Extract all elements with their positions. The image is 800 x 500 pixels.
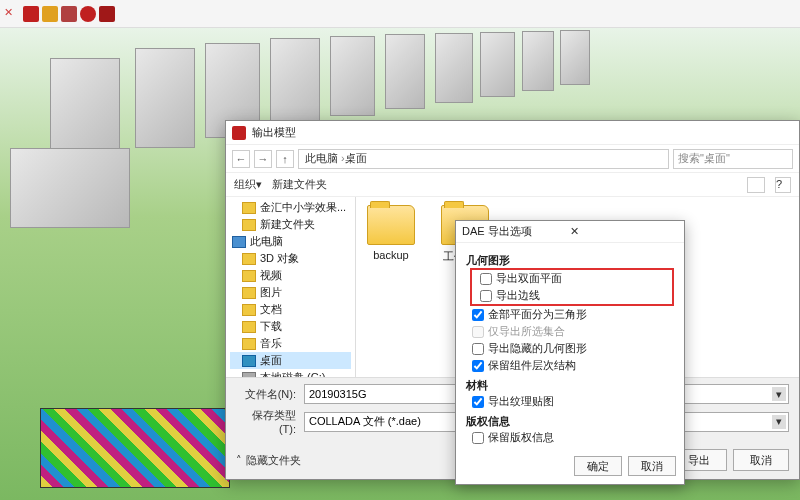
tool-ruby1-icon[interactable]: [23, 6, 39, 22]
folder-icon: [242, 304, 256, 316]
options-title: DAE 导出选项: [462, 224, 570, 239]
opt-edges-checkbox[interactable]: [480, 290, 492, 302]
tree-item[interactable]: 音乐: [230, 335, 351, 352]
hide-folders-toggle[interactable]: ˄ 隐藏文件夹: [236, 453, 301, 468]
folder-item[interactable]: backup: [364, 205, 418, 261]
tree-item[interactable]: 桌面: [230, 352, 351, 369]
tool-ruby5-icon[interactable]: [99, 6, 115, 22]
ok-button[interactable]: 确定: [574, 456, 622, 476]
folder-icon: [242, 270, 256, 282]
folder-tree[interactable]: 金汇中小学效果...新建文件夹此电脑3D 对象视频图片文档下载音乐桌面本地磁盘 …: [226, 197, 356, 377]
mat-header: 材料: [466, 378, 674, 393]
opt-triangulate-checkbox[interactable]: [472, 309, 484, 321]
opt-hierarchy-checkbox[interactable]: [472, 360, 484, 372]
tree-item-label: 图片: [260, 285, 282, 300]
opt-selection-checkbox: [472, 326, 484, 338]
tree-item-label: 桌面: [260, 353, 282, 368]
folder-icon: [242, 253, 256, 265]
tool-x-icon[interactable]: ✕: [4, 6, 20, 22]
tree-item-label: 视频: [260, 268, 282, 283]
dialog-nav: ← → ↑ 此电脑 桌面 搜索"桌面": [226, 145, 799, 173]
tool-ruby4-icon[interactable]: [80, 6, 96, 22]
breadcrumb-seg[interactable]: 此电脑: [305, 151, 345, 166]
dialog-titlebar: 输出模型: [226, 121, 799, 145]
app-icon: [232, 126, 246, 140]
chevron-down-icon[interactable]: ▾: [772, 387, 786, 401]
folder-icon: [242, 202, 256, 214]
tree-item-label: 下载: [260, 319, 282, 334]
close-icon[interactable]: ✕: [570, 225, 678, 238]
filetype-label: 保存类型(T):: [236, 408, 296, 435]
tree-item-label: 文档: [260, 302, 282, 317]
geom-header: 几何图形: [466, 253, 674, 268]
cancel-button[interactable]: 取消: [628, 456, 676, 476]
highlight-box: 导出双面平面 导出边线: [470, 268, 674, 306]
tree-item[interactable]: 图片: [230, 284, 351, 301]
opt-twosided-checkbox[interactable]: [480, 273, 492, 285]
folder-icon: [242, 321, 256, 333]
tree-item-label: 新建文件夹: [260, 217, 315, 232]
nav-up-button[interactable]: ↑: [276, 150, 294, 168]
cred-header: 版权信息: [466, 414, 674, 429]
opt-hidden-checkbox[interactable]: [472, 343, 484, 355]
tree-item[interactable]: 3D 对象: [230, 250, 351, 267]
cancel-button[interactable]: 取消: [733, 449, 789, 471]
tree-item[interactable]: 金汇中小学效果...: [230, 199, 351, 216]
search-placeholder: 搜索"桌面": [678, 151, 730, 166]
nav-back-button[interactable]: ←: [232, 150, 250, 168]
desk-icon: [242, 355, 256, 367]
dialog-toolbar: 组织▾ 新建文件夹 ?: [226, 173, 799, 197]
folder-icon: [242, 338, 256, 350]
tree-item-label: 金汇中小学效果...: [260, 200, 346, 215]
chevron-down-icon[interactable]: ▾: [772, 415, 786, 429]
breadcrumb-seg[interactable]: 桌面: [345, 151, 367, 166]
folder-icon: [367, 205, 415, 245]
tree-item-label: 3D 对象: [260, 251, 299, 266]
tree-item[interactable]: 文档: [230, 301, 351, 318]
opt-texture-checkbox[interactable]: [472, 396, 484, 408]
folder-name: backup: [364, 249, 418, 261]
filename-label: 文件名(N):: [236, 387, 296, 402]
tree-item-label: 音乐: [260, 336, 282, 351]
tree-item[interactable]: 此电脑: [230, 233, 351, 250]
folder-icon: [242, 287, 256, 299]
tree-item-label: 本地磁盘 (C:): [260, 370, 325, 377]
view-mode-button[interactable]: [747, 177, 765, 193]
pc-icon: [232, 236, 246, 248]
tree-item[interactable]: 本地磁盘 (C:): [230, 369, 351, 377]
main-toolbar: ✕: [0, 0, 800, 28]
tool-ruby2-icon[interactable]: [42, 6, 58, 22]
folder-icon: [242, 219, 256, 231]
chevron-up-icon: ˄: [236, 454, 242, 467]
newfolder-button[interactable]: 新建文件夹: [272, 177, 327, 192]
tree-item[interactable]: 新建文件夹: [230, 216, 351, 233]
help-button[interactable]: ?: [775, 177, 791, 193]
breadcrumb[interactable]: 此电脑 桌面: [298, 149, 669, 169]
tree-item[interactable]: 视频: [230, 267, 351, 284]
opt-credits-checkbox[interactable]: [472, 432, 484, 444]
tool-ruby3-icon[interactable]: [61, 6, 77, 22]
tree-item[interactable]: 下载: [230, 318, 351, 335]
dialog-title: 输出模型: [252, 125, 793, 140]
search-input[interactable]: 搜索"桌面": [673, 149, 793, 169]
organize-button[interactable]: 组织▾: [234, 177, 262, 192]
dae-options-dialog: DAE 导出选项 ✕ 几何图形 导出双面平面 导出边线 金部平面分为三角形 仅导…: [455, 220, 685, 485]
nav-fwd-button[interactable]: →: [254, 150, 272, 168]
tree-item-label: 此电脑: [250, 234, 283, 249]
